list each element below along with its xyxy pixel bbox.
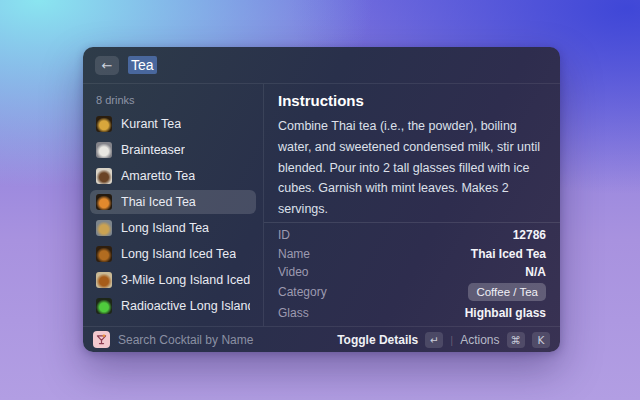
drinks-list: Kurant TeaBrainteaserAmaretto TeaThai Ic…	[90, 112, 256, 318]
keyboard-shortcut-key: ↵	[425, 332, 443, 348]
metadata-label: ID	[278, 228, 290, 242]
drink-name-label: Amaretto Tea	[121, 169, 195, 183]
back-button[interactable]: ←	[95, 56, 119, 75]
list-item[interactable]: Brainteaser	[90, 138, 256, 162]
list-item[interactable]: Long Island Tea	[90, 216, 256, 240]
metadata-value: N/A	[525, 265, 546, 279]
metadata-panel: ID12786NameThai Iced TeaVideoN/ACategory…	[264, 222, 560, 326]
metadata-label: Glass	[278, 306, 309, 320]
back-arrow-icon: ←	[102, 58, 113, 73]
keyboard-shortcut-key: K	[532, 332, 550, 348]
category-badge: Coffee / Tea	[468, 283, 546, 301]
metadata-value: 12786	[513, 228, 546, 242]
toggle-details-button[interactable]: Toggle Details	[337, 333, 418, 347]
list-item[interactable]: Thai Iced Tea	[90, 190, 256, 214]
drink-thumbnail	[96, 220, 112, 236]
drink-name-label: Brainteaser	[121, 143, 185, 157]
metadata-row: ID12786	[278, 228, 546, 242]
drink-thumbnail	[96, 298, 112, 314]
drink-thumbnail	[96, 246, 112, 262]
list-item[interactable]: 3-Mile Long Island Iced Tea	[90, 268, 256, 292]
drink-thumbnail	[96, 142, 112, 158]
instructions-section: Instructions Combine Thai tea (i.e., the…	[264, 84, 560, 222]
cocktail-app-icon	[93, 331, 110, 348]
metadata-label: Name	[278, 247, 310, 261]
search-input[interactable]: Tea	[128, 56, 157, 74]
search-header: ← Tea	[83, 47, 560, 84]
drink-name-label: Kurant Tea	[121, 117, 181, 131]
metadata-row: GlassHighball glass	[278, 306, 546, 320]
list-item[interactable]: Long Island Iced Tea	[90, 242, 256, 266]
list-item[interactable]: Amaretto Tea	[90, 164, 256, 188]
drink-name-label: 3-Mile Long Island Iced Tea	[121, 273, 250, 287]
instructions-body: Combine Thai tea (i.e., the powder), boi…	[278, 116, 546, 220]
metadata-label: Category	[278, 285, 327, 299]
metadata-value: Highball glass	[465, 306, 546, 320]
results-panel: 8 drinks Kurant TeaBrainteaserAmaretto T…	[83, 84, 264, 326]
actions-button[interactable]: Actions	[460, 333, 499, 347]
detail-panel: Instructions Combine Thai tea (i.e., the…	[264, 84, 560, 326]
metadata-value: Thai Iced Tea	[471, 247, 546, 261]
drink-name-label: Long Island Tea	[121, 221, 209, 235]
instructions-heading: Instructions	[278, 92, 546, 109]
launcher-window: ← Tea 8 drinks Kurant TeaBrainteaserAmar…	[83, 47, 560, 352]
cocktail-glass-icon	[96, 334, 107, 345]
drink-thumbnail	[96, 168, 112, 184]
results-count-label: 8 drinks	[90, 94, 256, 106]
drink-name-label: Radioactive Long Island Iced Tea	[121, 299, 250, 313]
action-bar: Search Cocktail by Name Toggle Details↵|…	[83, 326, 560, 352]
drink-thumbnail	[96, 194, 112, 210]
metadata-label: Video	[278, 265, 308, 279]
metadata-row: VideoN/A	[278, 265, 546, 279]
metadata-row: CategoryCoffee / Tea	[278, 283, 546, 301]
footer-separator: |	[450, 334, 453, 346]
footer-actions: Toggle Details↵|Actions⌘K	[337, 332, 550, 348]
drink-name-label: Long Island Iced Tea	[121, 247, 236, 261]
keyboard-shortcut-key: ⌘	[507, 332, 526, 348]
drink-thumbnail	[96, 272, 112, 288]
search-query-text: Tea	[128, 56, 157, 74]
drink-name-label: Thai Iced Tea	[121, 195, 196, 209]
drink-thumbnail	[96, 116, 112, 132]
list-item[interactable]: Radioactive Long Island Iced Tea	[90, 294, 256, 318]
command-name-label: Search Cocktail by Name	[118, 333, 329, 347]
list-item[interactable]: Kurant Tea	[90, 112, 256, 136]
metadata-row: NameThai Iced Tea	[278, 247, 546, 261]
